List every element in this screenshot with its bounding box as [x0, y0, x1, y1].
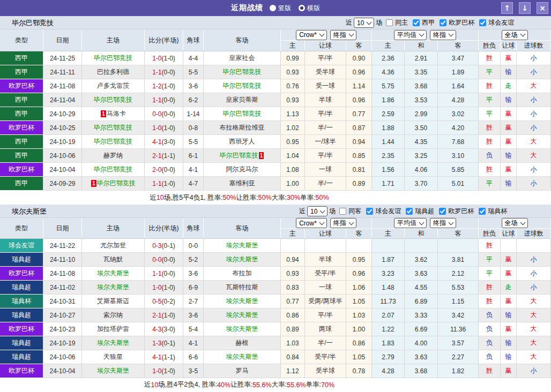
full-time-score: 4-3: [152, 326, 161, 333]
away-team-cell: 阿尔克马尔: [204, 163, 281, 177]
away-team-cell: 布拉格斯拉维亚: [204, 121, 281, 135]
match-count-select[interactable]: 10: [307, 206, 327, 216]
same-venue-checkbox[interactable]: [386, 19, 393, 26]
avg-home-odds: 1.88: [372, 121, 405, 135]
summary-row: 近10场,胜4平2负4, 胜率:40% 让胜率:55.6% 大率:55.6% 单…: [0, 378, 551, 391]
away-team-cell: 埃尔夫斯堡: [204, 295, 281, 308]
avg-draw-odds: 3.63: [405, 350, 438, 364]
league-badge: 瑞典超: [0, 253, 43, 267]
column-header: 比分(半场): [145, 218, 183, 238]
home-odds: 1.13: [281, 107, 305, 121]
home-team-name: 巴拉多利德: [97, 67, 129, 77]
corner-score: 5-2: [183, 253, 204, 267]
full-time-score: 1-1: [152, 69, 161, 76]
away-odds: 0.96: [346, 93, 372, 107]
league-checkbox[interactable]: [366, 208, 373, 215]
page-title: 近期战绩: [231, 3, 263, 13]
layout-radio-horizontal[interactable]: 横版: [299, 4, 320, 13]
league-checkbox[interactable]: [440, 19, 446, 26]
bookmaker-select[interactable]: Crow*: [296, 30, 327, 40]
match-date: 24-10-27: [43, 308, 82, 322]
corner-score: 1-14: [183, 107, 204, 121]
league-checkbox[interactable]: [406, 208, 413, 215]
away-odds: 1.06: [346, 281, 372, 295]
handicap-line: 半/一: [305, 336, 346, 350]
home-odds: 1.00: [281, 177, 305, 191]
avg-draw-odds: 3.63: [405, 267, 438, 281]
away-odds: [346, 239, 372, 253]
layout-radio-vertical[interactable]: 竖版: [270, 4, 291, 13]
final-odds-select[interactable]: 终指: [430, 30, 456, 40]
league-checkbox[interactable]: [439, 208, 446, 215]
column-header: 类型: [0, 29, 43, 51]
column-header: 类型: [0, 218, 43, 238]
column-header: 客场: [204, 29, 281, 51]
full-time-score: 1-0: [152, 124, 161, 132]
avg-home-odds: 1.83: [372, 336, 405, 350]
summary-segment: 10: [157, 194, 164, 201]
away-team-name: 埃尔夫斯堡: [226, 352, 258, 361]
result-goals: 小: [517, 177, 551, 191]
match-count-select[interactable]: 10: [354, 18, 374, 28]
home-odds: 0.89: [281, 322, 305, 336]
corner-score: 6-6: [183, 350, 204, 364]
league-checkbox-label: 瑞典杯: [488, 207, 507, 216]
match-date: 24-11-11: [43, 65, 82, 79]
result-handicap: 赢: [501, 364, 517, 378]
home-team-name: 天狼星: [103, 352, 123, 361]
avg-away-odds: 5.53: [438, 281, 479, 295]
corner-score: 4-1: [183, 163, 204, 177]
full-time-score: 1-0: [152, 367, 161, 375]
score-cell: 1-1(0-0): [145, 93, 183, 107]
match-row: 瑞典超24-10-19埃尔夫斯堡1-3(0-1)4-1赫根1.03半/一0.86…: [0, 336, 551, 350]
league-badge: 瑞典超: [0, 281, 43, 295]
chevron-down-icon: [319, 32, 324, 37]
close-button[interactable]: ×: [537, 2, 548, 14]
near-label: 近: [299, 207, 306, 216]
scroll-down-button[interactable]: ↓: [519, 2, 531, 14]
home-team-cell: 1毕尔巴鄂竞技: [82, 177, 145, 191]
away-team-name: 毕尔巴鄂竞技: [223, 109, 262, 118]
team-title: 埃尔夫斯堡: [12, 205, 47, 218]
home-team-name: 毕尔巴鄂竞技: [94, 95, 132, 104]
score-cell: 0-0(0-0): [145, 107, 183, 121]
final-odds-select[interactable]: 终指: [330, 218, 356, 228]
average-select-value: 平均值: [397, 31, 416, 40]
header-subrow: 主让球客: [281, 41, 372, 51]
column-subheader: 进球数: [517, 41, 551, 51]
home-team-cell: 卢多戈雷茨: [82, 79, 145, 93]
league-checkbox[interactable]: [479, 19, 486, 26]
half-time-score: (1-0): [162, 180, 175, 187]
average-select[interactable]: 平均值: [394, 218, 427, 228]
result-handicap: 赢: [501, 135, 517, 149]
league-checkbox[interactable]: [413, 19, 420, 26]
league-checkbox[interactable]: [479, 208, 486, 215]
header-dropdown-row: Crow*终指: [281, 218, 372, 229]
scope-select[interactable]: 全场: [502, 30, 528, 40]
avg-draw-odds: 4.35: [405, 135, 438, 149]
games-label: 场: [329, 207, 336, 216]
chevron-down-icon: [348, 32, 354, 37]
same-venue-checkbox[interactable]: [339, 208, 346, 215]
away-odds: 1.03: [346, 308, 372, 322]
result-handicap: 赢: [501, 51, 517, 65]
scroll-up-button[interactable]: ↑: [501, 2, 513, 14]
away-team-cell: 皇家贝蒂斯: [204, 93, 281, 107]
league-badge: 欧罗巴杯: [0, 79, 43, 93]
chevron-down-icon: [348, 220, 354, 225]
scope-select[interactable]: 全场: [502, 218, 528, 228]
home-team-cell: 加拉塔萨雷: [82, 322, 145, 336]
avg-home-odds: 2.79: [372, 350, 405, 364]
final-odds-select[interactable]: 终指: [330, 30, 356, 40]
summary-segment: 单率:: [306, 380, 321, 389]
final-odds-select[interactable]: 终指: [430, 218, 456, 228]
result-goals: 大: [517, 295, 551, 308]
full-time-score: 1-2: [152, 82, 161, 90]
corner-score: 0-0: [183, 239, 204, 253]
chevron-down-icon: [449, 32, 454, 37]
bookmaker-select[interactable]: Crow*: [296, 218, 327, 228]
average-select[interactable]: 平均值: [394, 30, 427, 40]
league-badge: 西甲: [0, 135, 43, 149]
header-subrow: 主让球客: [281, 229, 372, 239]
handicap-line: 两球: [305, 322, 346, 336]
